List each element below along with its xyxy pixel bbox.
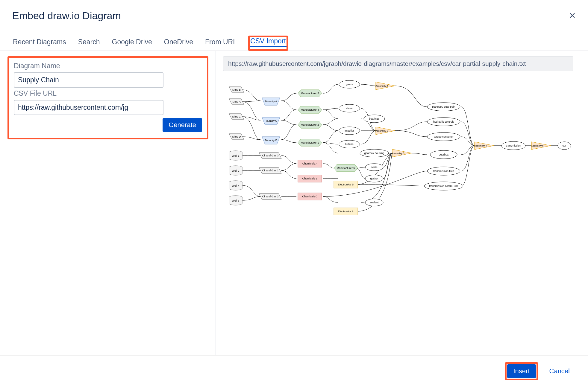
csv-url-input[interactable] bbox=[14, 100, 163, 115]
node-manuf-2: Manufacturer 2 bbox=[298, 121, 322, 128]
svg-text:transmission control unit: transmission control unit bbox=[429, 185, 458, 188]
svg-text:Mine D: Mine D bbox=[232, 135, 241, 138]
svg-text:Mine B: Mine B bbox=[232, 88, 241, 91]
svg-text:Assembly 5: Assembly 5 bbox=[531, 144, 544, 147]
node-transmission: transmission bbox=[501, 141, 525, 150]
node-asm-4: Assembly 4 bbox=[474, 142, 494, 150]
insert-button[interactable]: Insert bbox=[507, 364, 536, 378]
form-highlight: Diagram Name CSV File URL Generate bbox=[7, 56, 208, 139]
node-asm-5: Assembly 5 bbox=[531, 142, 551, 150]
tab-from-url[interactable]: From URL bbox=[204, 36, 237, 51]
node-elec-b: Electronics B bbox=[334, 181, 358, 188]
svg-text:Manufacturer 4: Manufacturer 4 bbox=[301, 108, 319, 111]
node-elec-a: Electronics A bbox=[334, 208, 358, 215]
svg-text:impeller: impeller bbox=[345, 129, 354, 132]
node-mine-c: Mine C bbox=[229, 114, 244, 120]
node-impeller: impeller bbox=[339, 127, 360, 135]
svg-text:Foundry B: Foundry B bbox=[265, 139, 277, 142]
node-transfluid: transmission fluid bbox=[427, 167, 460, 175]
dialog-footer: Insert Cancel bbox=[0, 355, 588, 387]
dialog-header: Embed draw.io Diagram ✕ bbox=[0, 0, 588, 30]
node-foundry-a: Foundry A bbox=[262, 98, 280, 105]
diagram-name-label: Diagram Name bbox=[14, 62, 202, 70]
svg-text:Chemicals A: Chemicals A bbox=[302, 162, 317, 165]
node-chem-b: Chemicals B bbox=[298, 175, 322, 182]
svg-text:seals: seals bbox=[371, 166, 378, 169]
svg-text:Assembly 1: Assembly 1 bbox=[375, 129, 388, 132]
svg-text:Manufacturer 1: Manufacturer 1 bbox=[301, 141, 319, 144]
node-oilgas-1: Oil and Gas 1 bbox=[259, 167, 281, 173]
svg-text:Assembly 3: Assembly 3 bbox=[392, 152, 404, 155]
node-well-1: Well 1 bbox=[229, 151, 242, 160]
tab-recent-diagrams[interactable]: Recent Diagrams bbox=[12, 36, 67, 51]
svg-text:torque converter: torque converter bbox=[434, 135, 454, 138]
svg-text:transmission: transmission bbox=[506, 144, 521, 147]
node-torque: torque converter bbox=[427, 132, 460, 141]
node-chem-c: Chemicals C bbox=[298, 193, 322, 200]
svg-text:Manufacturer 5: Manufacturer 5 bbox=[337, 167, 355, 170]
svg-text:Chemicals C: Chemicals C bbox=[302, 195, 318, 198]
svg-text:planetary gear train: planetary gear train bbox=[432, 105, 455, 108]
node-manuf-1: Manufacturer 1 bbox=[298, 139, 322, 146]
node-well-2: Well 2 bbox=[229, 166, 242, 175]
diagram-name-input[interactable] bbox=[14, 72, 163, 88]
node-asm-2: Assembly 2 bbox=[375, 82, 395, 90]
svg-text:Oil and Gas 2: Oil and Gas 2 bbox=[262, 195, 278, 198]
svg-text:Manufacturer 2: Manufacturer 2 bbox=[301, 123, 319, 126]
svg-text:gearbox: gearbox bbox=[439, 153, 449, 156]
node-pgt: planetary gear train bbox=[427, 103, 460, 111]
node-foundry-b: Foundry B bbox=[262, 137, 280, 144]
node-manuf-5: Manufacturer 5 bbox=[334, 164, 358, 172]
svg-text:Well 1: Well 1 bbox=[232, 154, 240, 157]
left-panel: Diagram Name CSV File URL Generate bbox=[0, 51, 216, 355]
highlight-csv-tab: CSV Import bbox=[248, 36, 288, 51]
node-asm-1: Assembly 1 bbox=[375, 127, 395, 135]
svg-text:Oil and Gas 1: Oil and Gas 1 bbox=[262, 169, 278, 172]
node-sealant: sealant bbox=[365, 199, 383, 206]
node-mine-b: Mine B bbox=[229, 87, 244, 93]
close-button[interactable]: ✕ bbox=[569, 11, 576, 21]
main-area: Diagram Name CSV File URL Generate https… bbox=[0, 51, 588, 355]
node-chem-a: Chemicals A bbox=[298, 160, 322, 167]
embed-dialog: Embed draw.io Diagram ✕ Recent Diagrams … bbox=[0, 0, 588, 387]
svg-text:stator: stator bbox=[346, 107, 353, 110]
tab-bar: Recent Diagrams Search Google Drive OneD… bbox=[0, 30, 588, 51]
node-foundry-c: Foundry C bbox=[262, 117, 280, 125]
svg-text:Electronics B: Electronics B bbox=[338, 183, 354, 186]
diagram-preview: Mine B Mine A Mine C Mine D Well 1 Well … bbox=[223, 78, 581, 350]
node-hydctrl: hydraulic controls bbox=[427, 118, 460, 126]
svg-text:Assembly 4: Assembly 4 bbox=[474, 144, 487, 147]
node-manuf-4: Manufacturer 4 bbox=[298, 106, 322, 113]
node-gears: gears bbox=[339, 80, 360, 88]
node-oilgas-2: Oil and Gas 2 bbox=[259, 194, 281, 199]
tab-csv-import[interactable]: CSV Import bbox=[250, 37, 287, 47]
tab-search[interactable]: Search bbox=[78, 36, 101, 51]
tab-onedrive[interactable]: OneDrive bbox=[163, 36, 194, 51]
node-seals: seals bbox=[365, 164, 383, 171]
node-asm-3: Assembly 3 bbox=[392, 149, 412, 157]
dialog-title: Embed draw.io Diagram bbox=[12, 10, 121, 22]
svg-text:Mine C: Mine C bbox=[232, 115, 241, 118]
node-well-3: Well 3 bbox=[229, 196, 242, 205]
svg-text:Chemicals B: Chemicals B bbox=[302, 177, 318, 180]
svg-text:Electronics A: Electronics A bbox=[338, 210, 354, 213]
node-car: car bbox=[558, 142, 571, 150]
preview-url-bar: https://raw.githubusercontent.com/jgraph… bbox=[223, 56, 573, 71]
highlight-insert: Insert bbox=[505, 362, 538, 380]
node-turbine: turbine bbox=[339, 140, 360, 148]
node-gasket: gasket bbox=[365, 175, 383, 182]
node-mine-a: Mine A bbox=[229, 99, 244, 105]
node-mine-d: Mine D bbox=[229, 134, 244, 140]
svg-text:bearings: bearings bbox=[369, 117, 380, 120]
svg-text:car: car bbox=[563, 144, 566, 147]
svg-text:gears: gears bbox=[346, 83, 353, 86]
generate-button[interactable]: Generate bbox=[163, 118, 202, 132]
svg-text:Foundry C: Foundry C bbox=[265, 119, 278, 122]
tab-google-drive[interactable]: Google Drive bbox=[111, 36, 153, 51]
svg-text:gasket: gasket bbox=[370, 177, 378, 180]
csv-url-label: CSV File URL bbox=[14, 89, 202, 97]
svg-text:Mine A: Mine A bbox=[232, 100, 241, 103]
cancel-button[interactable]: Cancel bbox=[543, 364, 576, 378]
right-panel: https://raw.githubusercontent.com/jgraph… bbox=[216, 51, 588, 355]
svg-text:Assembly 2: Assembly 2 bbox=[375, 85, 388, 87]
